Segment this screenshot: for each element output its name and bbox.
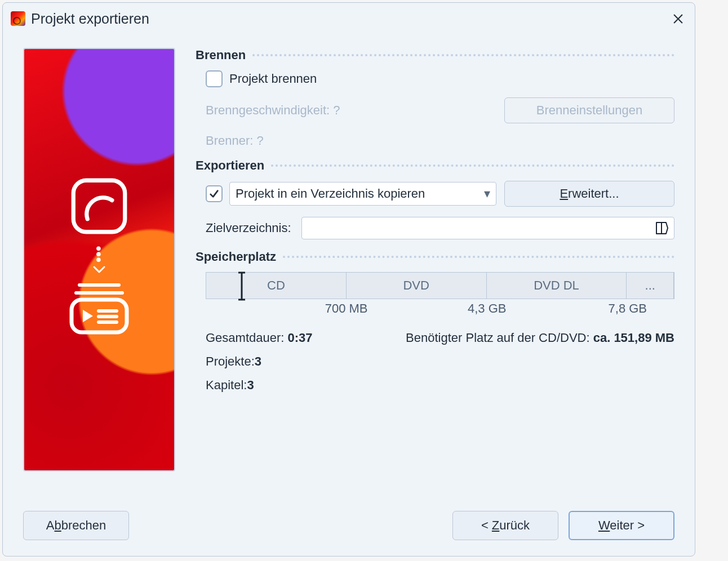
export-mode-combo[interactable]: Projekt in ein Verzeichnis kopieren ▾ bbox=[229, 182, 496, 206]
projects-value: 3 bbox=[255, 354, 261, 369]
duration-label: Gesamtdauer: bbox=[206, 331, 288, 345]
back-button[interactable]: < Zurück bbox=[452, 511, 558, 540]
folder-open-icon bbox=[655, 221, 669, 235]
dropdown-arrow-icon: ▾ bbox=[484, 186, 490, 201]
section-header-export: Exportieren bbox=[196, 158, 674, 173]
projects-label: Projekte: bbox=[206, 354, 255, 369]
chapters-label: Kapitel: bbox=[206, 378, 247, 393]
burn-project-checkbox[interactable] bbox=[206, 70, 223, 87]
section-title-export: Exportieren bbox=[196, 158, 264, 173]
storage-seg-more[interactable]: ... bbox=[627, 273, 674, 299]
section-title-burn: Brennen bbox=[196, 48, 246, 63]
storage-tick-labels: 700 MB 4,3 GB 7,8 GB bbox=[206, 301, 674, 320]
playlist-icon bbox=[68, 282, 130, 338]
target-dir-label: Zielverzeichnis: bbox=[206, 221, 291, 235]
cancel-button[interactable]: Abbrechen bbox=[23, 511, 129, 540]
export-project-checkbox[interactable] bbox=[206, 185, 223, 202]
burn-settings-button[interactable]: Brenneinstellungen bbox=[504, 97, 674, 123]
storage-seg-dvddl[interactable]: DVD DL bbox=[487, 273, 627, 299]
browse-folder-button[interactable] bbox=[654, 220, 671, 237]
duration-value: 0:37 bbox=[288, 331, 313, 345]
disc-icon bbox=[70, 177, 128, 235]
wizard-side-image: ••• bbox=[23, 48, 175, 471]
footer: Abbrechen < Zurück Weiter > bbox=[23, 511, 674, 540]
storage-bar[interactable]: CD DVD DVD DL ... bbox=[206, 272, 674, 299]
app-icon bbox=[11, 11, 25, 26]
storage-seg-dvd[interactable]: DVD bbox=[347, 273, 487, 299]
section-header-storage: Speicherplatz bbox=[196, 250, 674, 264]
burn-speed-label: Brenngeschwindigkeit: ? bbox=[206, 103, 340, 118]
needed-space-label: Benötigter Platz auf der CD/DVD: bbox=[406, 331, 593, 345]
section-title-storage: Speicherplatz bbox=[196, 250, 276, 264]
advanced-button[interactable]: Erweitert... bbox=[504, 181, 674, 207]
section-header-burn: Brennen bbox=[196, 48, 674, 63]
main-panel: Brennen Projekt brennen Brenngeschwindig… bbox=[196, 48, 674, 488]
close-button[interactable] bbox=[667, 7, 689, 30]
svg-rect-2 bbox=[73, 180, 125, 232]
window-title: Projekt exportieren bbox=[31, 11, 667, 27]
export-dialog: Projekt exportieren ••• bbox=[2, 2, 695, 556]
burn-project-label: Projekt brennen bbox=[229, 72, 317, 86]
dots-icon: ••• bbox=[60, 246, 139, 262]
chapters-value: 3 bbox=[247, 378, 254, 393]
close-icon bbox=[673, 14, 683, 24]
needed-space-value: ca. 151,89 MB bbox=[593, 331, 674, 345]
burner-label: Brenner: ? bbox=[206, 133, 264, 148]
storage-seg-cd[interactable]: CD bbox=[206, 273, 347, 299]
target-dir-input[interactable] bbox=[301, 217, 674, 239]
titlebar: Projekt exportieren bbox=[3, 3, 695, 34]
next-button[interactable]: Weiter > bbox=[569, 511, 674, 540]
export-mode-value: Projekt in ein Verzeichnis kopieren bbox=[236, 186, 425, 201]
